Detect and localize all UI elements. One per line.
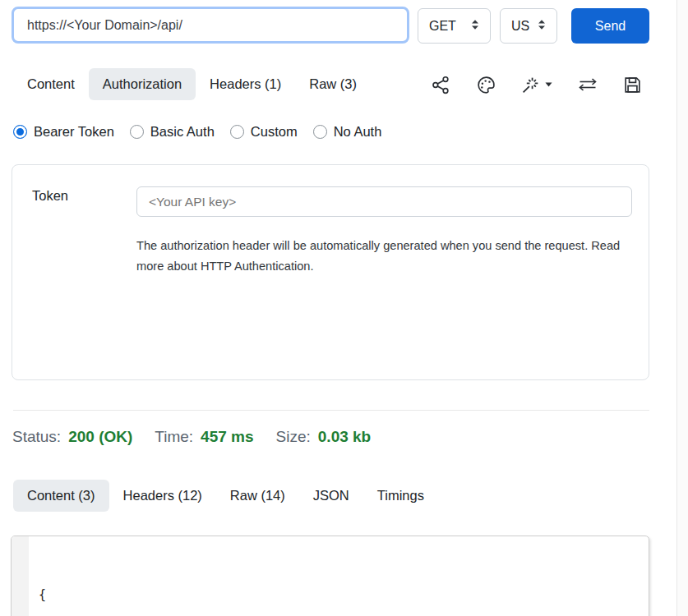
tab-content[interactable]: Content (13, 68, 89, 100)
size-label: Size: (276, 428, 311, 446)
tab-response-raw[interactable]: Raw (14) (216, 480, 299, 512)
magic-wand-icon[interactable] (520, 75, 552, 95)
tab-authorization[interactable]: Authorization (89, 68, 196, 100)
time-pair: Time: 457 ms (155, 428, 253, 446)
token-label: Token (32, 188, 68, 204)
status-value: 200 (OK) (68, 428, 132, 446)
save-icon[interactable] (622, 75, 643, 95)
code-line: { (39, 585, 254, 605)
tab-headers[interactable]: Headers (1) (196, 68, 295, 100)
share-icon[interactable] (431, 75, 451, 95)
url-input[interactable] (12, 7, 409, 44)
token-help-text: The authorization header will be automat… (136, 236, 630, 277)
radio-label: Bearer Token (34, 124, 114, 140)
section-divider (13, 410, 649, 411)
tab-response-timings[interactable]: Timings (363, 480, 438, 512)
radio-dot (313, 125, 327, 139)
request-toolbar (431, 72, 643, 97)
tab-response-content[interactable]: Content (3) (13, 480, 109, 512)
api-client-page: GET US Send Content Authorization Header… (0, 0, 688, 616)
updown-caret-icon (538, 19, 546, 34)
tab-response-json[interactable]: JSON (299, 480, 363, 512)
updown-caret-icon (471, 19, 479, 34)
radio-basic-auth[interactable]: Basic Auth (130, 124, 215, 140)
radio-label: Basic Auth (150, 124, 215, 140)
auth-type-options: Bearer Token Basic Auth Custom No Auth (13, 124, 381, 140)
response-json-body: { "message": "API running." } (39, 544, 254, 616)
radio-no-auth[interactable]: No Auth (313, 124, 382, 140)
page-scroll-gutter (676, 0, 688, 616)
status-pair: Status: 200 (OK) (12, 428, 132, 446)
send-button[interactable]: Send (571, 8, 649, 44)
palette-icon[interactable] (476, 75, 496, 95)
method-select[interactable]: GET (418, 8, 491, 44)
swap-arrows-icon[interactable] (577, 75, 598, 94)
response-tabs: Content (3) Headers (12) Raw (14) JSON T… (13, 480, 438, 512)
method-select-value: GET (429, 19, 456, 34)
bearer-token-panel: Token The authorization header will be a… (12, 164, 649, 380)
radio-dot (13, 125, 27, 139)
size-value: 0.03 kb (318, 428, 371, 446)
code-gutter (12, 536, 29, 616)
tab-raw[interactable]: Raw (3) (295, 68, 371, 100)
radio-dot (230, 125, 244, 139)
request-tabs: Content Authorization Headers (1) Raw (3… (13, 68, 371, 100)
radio-custom[interactable]: Custom (230, 124, 298, 140)
radio-label: Custom (251, 124, 298, 140)
size-pair: Size: 0.03 kb (276, 428, 372, 446)
radio-bearer-token[interactable]: Bearer Token (13, 124, 114, 140)
time-value: 457 ms (201, 428, 253, 446)
response-status-row: Status: 200 (OK) Time: 457 ms Size: 0.03… (12, 428, 371, 446)
caret-down-icon (545, 82, 552, 87)
status-label: Status: (12, 428, 61, 446)
region-select[interactable]: US (500, 8, 557, 44)
radio-dot (130, 125, 144, 139)
region-select-value: US (511, 19, 529, 34)
response-body-viewer: { "message": "API running." } (11, 536, 649, 616)
radio-label: No Auth (334, 124, 382, 140)
token-input[interactable] (136, 186, 632, 217)
tab-response-headers[interactable]: Headers (12) (109, 480, 216, 512)
time-label: Time: (155, 428, 193, 446)
